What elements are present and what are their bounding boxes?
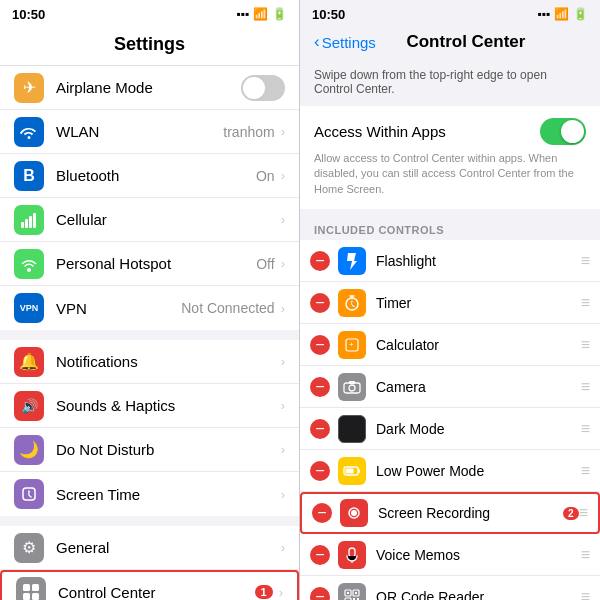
access-toggle[interactable]: [540, 118, 586, 145]
signal-icon: ▪▪▪: [236, 7, 249, 21]
svg-rect-28: [349, 548, 355, 557]
svg-rect-22: [349, 381, 355, 384]
settings-row-sounds[interactable]: 🔊 Sounds & Haptics ›: [0, 384, 299, 428]
sounds-chevron: ›: [281, 398, 285, 413]
settings-row-vpn[interactable]: VPN VPN Not Connected ›: [0, 286, 299, 330]
settings-row-dnd[interactable]: 🌙 Do Not Disturb ›: [0, 428, 299, 472]
general-icon: ⚙: [14, 533, 44, 563]
control-row-voicememos[interactable]: − Voice Memos ≡: [300, 534, 600, 576]
calculator-drag-handle[interactable]: ≡: [581, 336, 590, 354]
settings-row-cellular[interactable]: Cellular ›: [0, 198, 299, 242]
airplane-label: Airplane Mode: [56, 79, 241, 96]
settings-row-screentime[interactable]: Screen Time ›: [0, 472, 299, 516]
timer-drag-handle[interactable]: ≡: [581, 294, 590, 312]
camera-label: Camera: [376, 379, 581, 395]
settings-row-general[interactable]: ⚙ General ›: [0, 526, 299, 570]
control-row-calculator[interactable]: − + Calculator ≡: [300, 324, 600, 366]
right-nav-title: Control Center: [376, 32, 556, 52]
settings-row-hotspot[interactable]: Personal Hotspot Off ›: [0, 242, 299, 286]
svg-rect-6: [23, 584, 30, 591]
control-row-timer[interactable]: − Timer ≡: [300, 282, 600, 324]
lowpower-label: Low Power Mode: [376, 463, 581, 479]
calculator-icon: +: [338, 331, 366, 359]
settings-row-wlan[interactable]: WLAN tranhom ›: [0, 110, 299, 154]
svg-point-4: [27, 268, 31, 272]
control-row-camera[interactable]: − Camera ≡: [300, 366, 600, 408]
settings-row-notifications[interactable]: 🔔 Notifications ›: [0, 340, 299, 384]
svg-rect-30: [347, 592, 349, 594]
settings-row-airplane[interactable]: ✈ Airplane Mode: [0, 66, 299, 110]
settings-row-controlcenter[interactable]: Control Center 1 ›: [0, 570, 299, 600]
included-controls-header: INCLUDED CONTROLS: [300, 210, 600, 240]
remove-flashlight-button[interactable]: −: [310, 251, 330, 271]
vpn-icon: VPN: [14, 293, 44, 323]
left-panel: 10:50 ▪▪▪ 📶 🔋 Settings ✈ Airplane Mode W…: [0, 0, 300, 600]
control-row-qrcode[interactable]: − QR Code Reader ≡: [300, 576, 600, 600]
airplane-icon: ✈: [14, 73, 44, 103]
qrcode-drag-handle[interactable]: ≡: [581, 588, 590, 600]
control-row-flashlight[interactable]: − Flashlight ≡: [300, 240, 600, 282]
bluetooth-value: On: [256, 168, 275, 184]
flashlight-drag-handle[interactable]: ≡: [581, 252, 590, 270]
dnd-chevron: ›: [281, 442, 285, 457]
notifications-label: Notifications: [56, 353, 281, 370]
remove-calculator-button[interactable]: −: [310, 335, 330, 355]
remove-lowpower-button[interactable]: −: [310, 461, 330, 481]
sounds-label: Sounds & Haptics: [56, 397, 281, 414]
svg-point-27: [351, 510, 357, 516]
control-row-screenrecording[interactable]: − Screen Recording 2 ≡: [300, 492, 600, 534]
camera-drag-handle[interactable]: ≡: [581, 378, 590, 396]
flashlight-icon: [338, 247, 366, 275]
access-row: Access Within Apps: [314, 118, 586, 145]
cellular-chevron: ›: [281, 212, 285, 227]
left-header: Settings: [0, 28, 299, 66]
screentime-label: Screen Time: [56, 486, 281, 503]
svg-rect-2: [29, 216, 32, 228]
remove-darkmode-button[interactable]: −: [310, 419, 330, 439]
hotspot-label: Personal Hotspot: [56, 255, 256, 272]
svg-rect-3: [33, 213, 36, 228]
vpn-value: Not Connected: [181, 300, 274, 316]
svg-text:+: +: [349, 340, 354, 349]
remove-camera-button[interactable]: −: [310, 377, 330, 397]
right-wifi-icon: 📶: [554, 7, 569, 21]
calculator-label: Calculator: [376, 337, 581, 353]
settings-row-bluetooth[interactable]: B Bluetooth On ›: [0, 154, 299, 198]
darkmode-drag-handle[interactable]: ≡: [581, 420, 590, 438]
remove-qrcode-button[interactable]: −: [310, 587, 330, 600]
remove-timer-button[interactable]: −: [310, 293, 330, 313]
wlan-chevron: ›: [281, 124, 285, 139]
remove-voicememos-button[interactable]: −: [310, 545, 330, 565]
airplane-toggle[interactable]: [241, 75, 285, 101]
control-row-lowpower[interactable]: − Low Power Mode ≡: [300, 450, 600, 492]
badge-2: 2: [563, 507, 579, 520]
back-button[interactable]: ‹ Settings: [314, 32, 376, 52]
left-status-time: 10:50: [12, 7, 45, 22]
general-chevron: ›: [281, 540, 285, 555]
qrcode-icon: [338, 583, 366, 600]
dnd-icon: 🌙: [14, 435, 44, 465]
voicememos-icon: [338, 541, 366, 569]
notifications-chevron: ›: [281, 354, 285, 369]
general-label: General: [56, 539, 281, 556]
voicememos-drag-handle[interactable]: ≡: [581, 546, 590, 564]
svg-rect-24: [358, 469, 360, 473]
qrcode-label: QR Code Reader: [376, 589, 581, 600]
lowpower-icon: [338, 457, 366, 485]
access-section: Access Within Apps Allow access to Contr…: [300, 106, 600, 209]
vpn-label: VPN: [56, 300, 181, 317]
camera-icon: [338, 373, 366, 401]
right-battery-icon: 🔋: [573, 7, 588, 21]
access-label: Access Within Apps: [314, 123, 540, 140]
right-status-icons: ▪▪▪ 📶 🔋: [537, 7, 588, 21]
control-row-darkmode[interactable]: − Dark Mode ≡: [300, 408, 600, 450]
controlcenter-icon: [16, 577, 46, 600]
screentime-icon: [14, 479, 44, 509]
left-status-icons: ▪▪▪ 📶 🔋: [236, 7, 287, 21]
lowpower-drag-handle[interactable]: ≡: [581, 462, 590, 480]
screenrecording-drag-handle[interactable]: ≡: [579, 504, 588, 522]
flashlight-label: Flashlight: [376, 253, 581, 269]
svg-rect-32: [355, 592, 357, 594]
remove-screenrecording-button[interactable]: −: [312, 503, 332, 523]
wlan-value: tranhom: [223, 124, 274, 140]
